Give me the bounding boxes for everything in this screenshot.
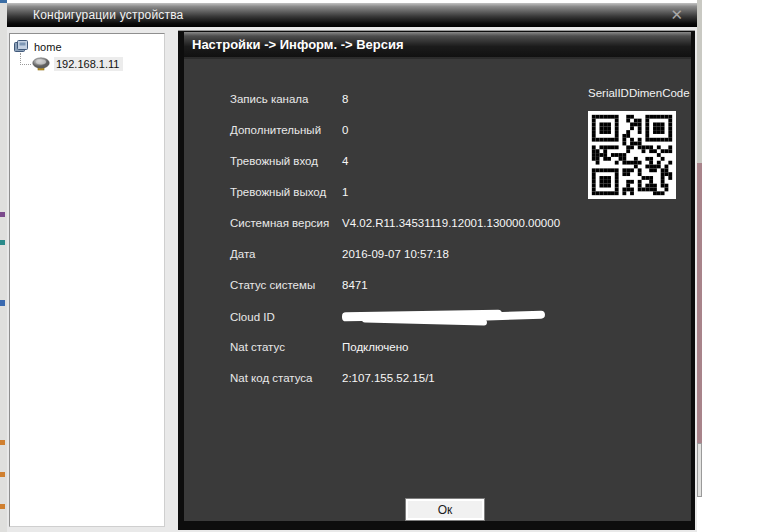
- info-row: Запись канала8: [230, 93, 560, 124]
- background-artifact: [0, 300, 5, 306]
- field-label: Дополнительный: [230, 124, 342, 136]
- info-row: Дата2016-09-07 10:57:18: [230, 248, 560, 279]
- background-artifact: [0, 0, 7, 3]
- device-icon: [32, 57, 50, 71]
- background-left-strip: [0, 0, 7, 532]
- tree-item-device[interactable]: 192.168.1.11: [10, 55, 164, 72]
- background-artifact: [0, 212, 5, 217]
- background-right-strip: [697, 0, 702, 532]
- background-artifact: [697, 0, 702, 163]
- info-row: Nat статусПодключено: [230, 341, 560, 372]
- screen: Конфигурации устройства ✕ home: [0, 0, 768, 532]
- device-config-dialog: Конфигурации устройства ✕ home: [7, 3, 697, 532]
- version-info-panel: Настройки -> Информ. -> Версия Запись ка…: [178, 30, 695, 530]
- redaction-scribble: [342, 310, 547, 325]
- background-artifact: [697, 443, 702, 497]
- field-value: 8471: [342, 279, 368, 291]
- background-artifact: [0, 472, 5, 477]
- field-value: 2016-09-07 10:57:18: [342, 248, 449, 260]
- dialog-title: Конфигурации устройства: [33, 3, 184, 27]
- close-icon[interactable]: ✕: [670, 3, 683, 26]
- field-label: Тревожный вход: [230, 155, 342, 167]
- field-value: V4.02.R11.34531119.12001.130000.00000: [342, 217, 560, 229]
- field-label: Nat код статуса: [230, 372, 342, 384]
- tree-item-label: 192.168.1.11: [54, 57, 123, 71]
- field-value: 4: [342, 155, 348, 167]
- field-label: Nat статус: [230, 341, 342, 353]
- qr-code: [588, 111, 676, 199]
- field-label: Дата: [230, 248, 342, 260]
- info-row: Системная версияV4.02.R11.34531119.12001…: [230, 217, 560, 248]
- field-label: Системная версия: [230, 217, 342, 229]
- fields-list: Запись канала8Дополнительный0Тревожный в…: [230, 93, 560, 403]
- field-value: 2:107.155.52.15/1: [342, 372, 435, 384]
- panel-inner: Настройки -> Информ. -> Версия Запись ка…: [184, 32, 691, 521]
- field-value: 8: [342, 93, 348, 105]
- field-label: Статус системы: [230, 279, 342, 291]
- background-artifact: [697, 163, 702, 443]
- breadcrumb: Настройки -> Информ. -> Версия: [192, 37, 404, 52]
- field-value: 0: [342, 124, 348, 136]
- field-value: 1: [342, 186, 348, 198]
- info-row: Тревожный вход4: [230, 155, 560, 186]
- background-artifact: [0, 240, 5, 245]
- background-artifact: [0, 504, 5, 509]
- field-label: Запись канала: [230, 93, 342, 105]
- info-row: Дополнительный0: [230, 124, 560, 155]
- info-row: Тревожный выход1: [230, 186, 560, 217]
- info-row: Статус системы8471: [230, 279, 560, 310]
- qr-label: SerialIDDimenCode: [588, 87, 678, 99]
- panel-content: Запись канала8Дополнительный0Тревожный в…: [184, 61, 691, 521]
- tree-connector: [20, 53, 31, 65]
- ok-button[interactable]: Ок: [405, 498, 485, 521]
- info-row: Nat код статуса2:107.155.52.15/1: [230, 372, 560, 403]
- tree-item-home[interactable]: home: [10, 38, 164, 55]
- device-group-icon: [14, 40, 30, 53]
- breadcrumb-bar: Настройки -> Информ. -> Версия: [184, 32, 691, 59]
- field-label: Cloud ID: [230, 311, 342, 323]
- tree-item-label: home: [34, 41, 62, 53]
- qr-area: SerialIDDimenCode: [588, 87, 678, 199]
- info-row: Cloud ID: [230, 310, 560, 341]
- field-value: Подключено: [342, 341, 409, 353]
- background-artifact: [0, 440, 5, 445]
- field-label: Тревожный выход: [230, 186, 342, 198]
- dialog-body: home: [7, 27, 697, 532]
- dialog-titlebar[interactable]: Конфигурации устройства ✕: [7, 3, 697, 27]
- device-tree-panel: home: [9, 33, 165, 527]
